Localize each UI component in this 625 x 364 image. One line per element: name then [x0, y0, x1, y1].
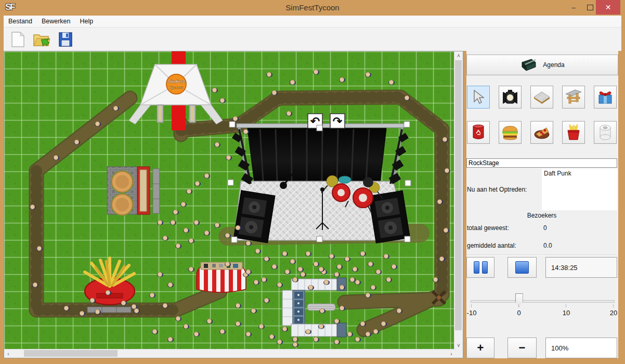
pause-button[interactable]: [466, 257, 494, 278]
tool-pizza-stand[interactable]: [530, 121, 553, 144]
new-file-button[interactable]: [8, 30, 28, 49]
close-button[interactable]: ✕: [596, 0, 620, 15]
speaker-right: [369, 191, 410, 243]
simulation-clock: 14:38:25: [545, 257, 617, 278]
tick: [471, 304, 472, 307]
stage-frame-icon: [565, 89, 582, 105]
tool-fries-stand[interactable]: [562, 121, 585, 144]
slider-label-max: 20: [610, 309, 617, 317]
spotlight-icon: [501, 89, 519, 105]
menu-help[interactable]: Help: [75, 17, 98, 26]
tool-toilet[interactable]: [594, 121, 617, 144]
agenda-label: Agenda: [543, 61, 564, 69]
minimize-button[interactable]: –: [566, 0, 581, 15]
now-performing-box: Daft Punk: [542, 169, 617, 210]
pause-icon: [474, 261, 479, 274]
tick: [518, 304, 519, 307]
control-sidebar: Agenda: [466, 51, 618, 358]
average-visitors-value: 0.0: [543, 242, 552, 249]
horizontal-scrollbar[interactable]: ‹ ›: [4, 349, 455, 358]
zoom-level-display: 100%: [545, 338, 617, 358]
total-visitors-label: totaal geweest:: [467, 224, 509, 232]
separator: [466, 254, 617, 255]
speaker-left: [234, 191, 276, 243]
scroll-up-arrow[interactable]: ˄: [454, 51, 463, 60]
app-window: SF SimFestTycoon – ✕ Bestand Bewerken He…: [0, 0, 625, 364]
visitors-header: Bezoekers: [466, 212, 617, 219]
toolbar: [4, 28, 621, 51]
tool-stage-structure[interactable]: [562, 86, 585, 109]
gift-icon: [597, 89, 614, 105]
slider-label-min: -10: [467, 309, 477, 317]
logo-text-1: SimFest: [167, 79, 185, 84]
festival-map[interactable]: SimFest Tycoon: [4, 51, 454, 349]
fries-icon: [566, 124, 581, 141]
stop-button[interactable]: [507, 257, 537, 278]
save-icon: [58, 31, 73, 48]
tool-gift[interactable]: [594, 86, 617, 109]
trash-bin-icon: [471, 124, 486, 141]
main-stage[interactable]: [232, 124, 410, 243]
cursor-icon: [471, 89, 486, 105]
new-document-icon: [10, 31, 25, 48]
logo-text-2: Tycoon: [170, 85, 184, 90]
agenda-button[interactable]: Agenda: [466, 55, 618, 75]
tool-select-cursor[interactable]: [467, 86, 490, 109]
pizza-icon: [533, 125, 551, 140]
burger-icon: [501, 125, 519, 140]
market-tent[interactable]: [197, 262, 246, 292]
tool-trash-bin[interactable]: [467, 121, 490, 144]
simfest-logo: [166, 74, 186, 94]
total-visitors-value: 0: [543, 224, 547, 232]
bench: [87, 307, 131, 313]
bench: [153, 169, 160, 213]
pause-icon: [482, 261, 488, 274]
tick: [613, 304, 614, 307]
agenda-book-icon: [520, 58, 538, 72]
speed-slider-block: -10 0 10 20: [466, 287, 617, 318]
speed-slider-track[interactable]: [471, 300, 615, 303]
tick: [566, 304, 566, 307]
tool-stage-light[interactable]: [499, 86, 522, 109]
save-file-button[interactable]: [56, 30, 75, 49]
now-performing-label: Nu aan het Optreden:: [467, 186, 527, 193]
vertical-scroll-thumb[interactable]: [455, 60, 462, 330]
scroll-down-arrow[interactable]: ˅: [454, 341, 463, 349]
path-tile-icon: [533, 90, 551, 104]
open-folder-icon: [33, 31, 50, 48]
slider-label-10: 10: [563, 309, 570, 317]
toilet-paper-icon: [597, 124, 613, 141]
open-file-button[interactable]: [32, 30, 51, 49]
maximize-icon: [587, 5, 593, 10]
menu-bar: Bestand Bewerken Help: [4, 16, 621, 28]
average-visitors-label: gemiddeld aantal:: [467, 242, 516, 249]
horizontal-scroll-thumb[interactable]: [24, 350, 118, 357]
vertical-scrollbar[interactable]: ˄ ˅: [454, 51, 463, 349]
zoom-in-button[interactable]: +: [466, 338, 494, 358]
scroll-right-arrow[interactable]: ›: [447, 349, 455, 358]
title-bar: SF SimFestTycoon – ✕: [0, 0, 625, 16]
stop-icon: [515, 261, 529, 274]
map-canvas[interactable]: SimFest Tycoon: [4, 51, 463, 358]
tool-path-tile[interactable]: [530, 86, 553, 109]
now-performing-value: Daft Punk: [544, 170, 571, 177]
scroll-left-arrow[interactable]: ‹: [4, 349, 12, 358]
window-title: SimFestTycoon: [0, 3, 625, 12]
speed-slider-thumb[interactable]: [515, 293, 523, 307]
stage-name-input[interactable]: [466, 158, 617, 168]
menu-bewerken[interactable]: Bewerken: [37, 17, 75, 26]
zoom-out-button[interactable]: −: [507, 338, 537, 358]
tool-burger-stand[interactable]: [499, 121, 522, 144]
rotate-cw-icon: ↷: [333, 115, 343, 128]
slider-label-0: 0: [517, 309, 520, 317]
menu-bestand[interactable]: Bestand: [4, 17, 37, 26]
